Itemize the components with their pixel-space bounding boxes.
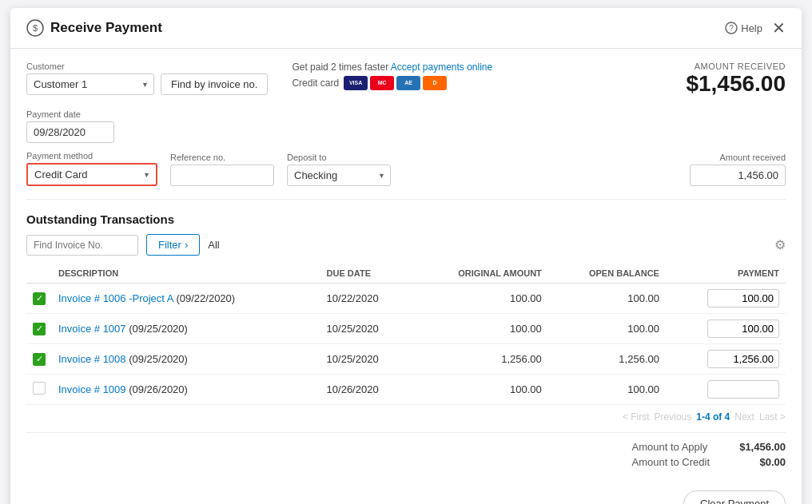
- amount-received-value: $1,456.00: [686, 71, 786, 97]
- row-checkbox[interactable]: [33, 382, 46, 395]
- open-balance-cell: 1,256.00: [548, 344, 666, 375]
- amount-received-label: AMOUNT RECEIVED: [686, 62, 786, 71]
- first-page-link[interactable]: < First: [623, 411, 650, 423]
- payment-method-label: Payment method: [26, 151, 157, 161]
- reference-no-label: Reference no.: [170, 153, 274, 162]
- find-invoice-input[interactable]: [26, 235, 138, 256]
- table-row: ✓Invoice # 1007 (09/25/2020)10/25/202010…: [26, 314, 786, 344]
- promo-text: Get paid 2 times faster Accept payments …: [292, 62, 662, 73]
- amount-to-credit-value: $0.00: [759, 456, 786, 468]
- row-checkbox[interactable]: ✓: [33, 292, 46, 305]
- amount-received-form-label: Amount received: [690, 153, 786, 162]
- deposit-to-select[interactable]: Checking Savings: [287, 165, 391, 186]
- customer-select[interactable]: Customer 1: [26, 73, 154, 95]
- transactions-table: DESCRIPTION DUE DATE ORIGINAL AMOUNT OPE…: [26, 264, 786, 405]
- section-title: Outstanding Transactions: [26, 212, 786, 226]
- payment-date-input[interactable]: [26, 121, 114, 143]
- invoice-link[interactable]: Invoice # 1009: [58, 383, 126, 395]
- table-row: ✓Invoice # 1008 (09/25/2020)10/25/20201,…: [26, 344, 786, 375]
- discover-icon: D: [423, 76, 447, 90]
- payment-date-label: Payment date: [26, 109, 114, 119]
- col-open-balance: OPEN BALANCE: [548, 264, 666, 284]
- open-balance-cell: 100.00: [548, 284, 666, 314]
- original-amount-cell: 100.00: [412, 284, 548, 314]
- row-checkbox[interactable]: ✓: [33, 353, 46, 366]
- col-description: DESCRIPTION: [52, 264, 320, 284]
- col-due-date: DUE DATE: [320, 264, 412, 284]
- payment-input[interactable]: [707, 350, 779, 368]
- due-date-cell: 10/25/2020: [320, 344, 412, 375]
- amount-to-apply-value: $1,456.00: [739, 441, 786, 453]
- gear-button[interactable]: ⚙: [774, 237, 786, 252]
- payment-method-select[interactable]: Credit Card Cash Check ACH: [28, 165, 156, 185]
- find-invoice-button[interactable]: Find by invoice no.: [161, 73, 268, 95]
- invoice-link[interactable]: Invoice # 1006 -Project A: [58, 292, 173, 304]
- page-info: 1-4 of 4: [696, 411, 730, 423]
- filter-button[interactable]: Filter ›: [146, 234, 200, 256]
- open-balance-cell: 100.00: [548, 314, 666, 344]
- next-page-link[interactable]: Next: [734, 411, 754, 423]
- amount-to-apply-label: Amount to Apply: [631, 441, 707, 453]
- amex-icon: AE: [396, 76, 420, 90]
- amount-to-credit-label: Amount to Credit: [631, 456, 710, 468]
- open-balance-cell: 100.00: [548, 375, 666, 405]
- accept-payments-link[interactable]: Accept payments online: [391, 62, 492, 73]
- chevron-right-icon: ›: [185, 239, 188, 251]
- payment-input[interactable]: [707, 319, 779, 338]
- receipt-icon: $: [26, 19, 44, 37]
- due-date-cell: 10/26/2020: [320, 375, 412, 405]
- last-page-link[interactable]: Last >: [759, 411, 786, 423]
- pagination: < First Previous 1-4 of 4 Next Last >: [26, 411, 786, 423]
- due-date-cell: 10/25/2020: [320, 314, 412, 344]
- original-amount-cell: 1,256.00: [412, 344, 548, 375]
- help-button[interactable]: ? Help: [725, 22, 762, 34]
- gear-icon: ⚙: [774, 238, 786, 252]
- row-checkbox[interactable]: ✓: [33, 323, 46, 335]
- all-link[interactable]: All: [208, 239, 219, 251]
- credit-card-icons: VISA MC AE D: [344, 76, 447, 90]
- summary-block: Amount to Apply $1,456.00 Amount to Cred…: [631, 439, 786, 470]
- original-amount-cell: 100.00: [412, 314, 548, 344]
- invoice-link[interactable]: Invoice # 1008: [58, 353, 126, 365]
- reference-no-input[interactable]: [170, 165, 274, 186]
- mastercard-icon: MC: [370, 76, 394, 90]
- amount-received-input[interactable]: [690, 165, 786, 186]
- payment-input[interactable]: [707, 289, 779, 308]
- visa-icon: VISA: [344, 76, 368, 90]
- amount-received-block: AMOUNT RECEIVED $1,456.00: [686, 62, 786, 97]
- col-original-amount: ORIGINAL AMOUNT: [412, 264, 548, 284]
- credit-card-label: Credit card: [292, 77, 339, 89]
- table-row: Invoice # 1009 (09/26/2020)10/26/2020100…: [26, 375, 786, 405]
- col-checkbox: [26, 264, 52, 284]
- clear-payment-button[interactable]: Clear Payment: [683, 490, 786, 504]
- deposit-to-label: Deposit to: [287, 153, 391, 162]
- svg-text:?: ?: [729, 24, 734, 33]
- payment-input[interactable]: [707, 380, 779, 399]
- original-amount-cell: 100.00: [412, 375, 548, 405]
- invoice-link[interactable]: Invoice # 1007: [58, 323, 126, 335]
- col-payment: PAYMENT: [666, 264, 786, 284]
- table-row: ✓Invoice # 1006 -Project A (09/22/2020)1…: [26, 284, 786, 314]
- customer-label: Customer: [26, 62, 268, 71]
- question-icon: ?: [725, 22, 738, 34]
- modal-title: Receive Payment: [50, 20, 725, 36]
- due-date-cell: 10/22/2020: [320, 284, 412, 314]
- svg-text:$: $: [33, 23, 38, 33]
- close-button[interactable]: ✕: [772, 20, 786, 36]
- previous-page-link[interactable]: Previous: [655, 411, 692, 423]
